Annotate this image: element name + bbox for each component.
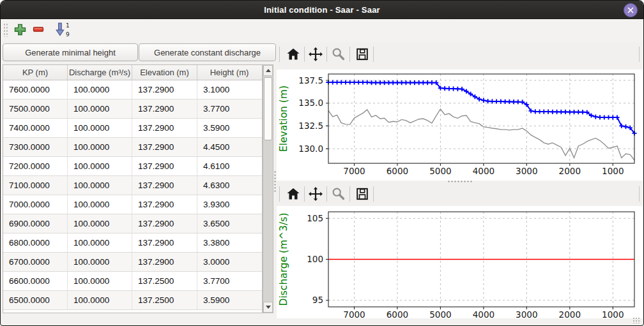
table-cell[interactable]: 100.0000 <box>68 100 132 118</box>
scroll-up-button[interactable] <box>263 65 273 76</box>
discharge-chart[interactable]: 700060005000400030002000100095100105Disc… <box>277 206 643 318</box>
close-button[interactable] <box>624 3 638 17</box>
table-cell[interactable]: 7300.0000 <box>3 138 68 156</box>
table-cell[interactable]: 100.0000 <box>68 119 132 137</box>
table-cell[interactable]: 7000.0000 <box>3 195 68 214</box>
table-row[interactable]: 6800.0000100.0000137.29003.3800 <box>3 233 262 253</box>
table-cell[interactable]: 7100.0000 <box>3 176 68 195</box>
generate-minimal-height-button[interactable]: Generate minimal height <box>3 43 138 61</box>
nav-pan-button[interactable] <box>306 45 325 64</box>
table-cell[interactable]: 3.5900 <box>197 119 261 137</box>
table-cell[interactable]: 137.2900 <box>132 214 197 233</box>
nav-save-button[interactable] <box>353 45 372 64</box>
zoom-icon <box>331 186 346 202</box>
svg-text:1000: 1000 <box>602 166 624 176</box>
table-cell[interactable]: 6800.0000 <box>3 233 68 252</box>
table-cell[interactable]: 100.0000 <box>68 291 132 309</box>
sort-rows-button[interactable]: 1 9 <box>52 20 72 38</box>
nav-pan-button[interactable] <box>306 184 325 204</box>
scroll-down-button[interactable] <box>263 302 273 313</box>
table-row[interactable]: 6700.0000100.0000137.29003.0000 <box>3 253 262 272</box>
table-cell[interactable]: 6900.0000 <box>3 214 68 233</box>
nav-zoom-button[interactable] <box>329 45 348 64</box>
table-cell[interactable]: 3.5900 <box>197 291 261 309</box>
table-cell[interactable]: 3.7700 <box>197 100 261 118</box>
table-cell[interactable]: 100.0000 <box>68 233 132 252</box>
table-cell[interactable]: 3.6500 <box>197 214 261 233</box>
toolbar-drag-handle[interactable] <box>3 23 8 37</box>
table-cell[interactable]: 100.0000 <box>68 80 132 99</box>
table-cell[interactable]: 100.0000 <box>68 253 132 271</box>
table-row[interactable]: 6500.0000100.0000137.25003.5900 <box>3 291 262 310</box>
home-icon <box>286 47 301 62</box>
table-row[interactable]: 7000.0000100.0000137.29003.9300 <box>3 195 262 214</box>
table-cell[interactable]: 3.0000 <box>197 253 261 271</box>
nav-zoom-button[interactable] <box>329 184 348 204</box>
titlebar[interactable]: Initial condition - Saar - Saar <box>1 1 643 19</box>
column-header-height[interactable]: Height (m) <box>197 65 261 80</box>
table-cell[interactable]: 137.2900 <box>132 119 197 137</box>
generate-constant-discharge-button[interactable]: Generate constant discharge <box>139 43 276 61</box>
window-title: Initial condition - Saar - Saar <box>264 5 380 15</box>
table-row[interactable]: 6600.0000100.0000137.25003.7700 <box>3 272 262 291</box>
table-cell[interactable]: 100.0000 <box>68 195 132 214</box>
column-header-elevation[interactable]: Elevation (m) <box>132 65 197 80</box>
table-cell[interactable]: 137.2900 <box>132 176 197 195</box>
pan-icon <box>308 186 323 202</box>
table-cell[interactable]: 4.4500 <box>197 138 261 156</box>
svg-text:7000: 7000 <box>343 309 365 319</box>
table-cell[interactable]: 137.2900 <box>132 195 197 214</box>
table-cell[interactable]: 3.9300 <box>197 195 261 214</box>
column-header-kp[interactable]: KP (m) <box>3 65 68 80</box>
table-cell[interactable]: 6600.0000 <box>3 272 68 290</box>
scrollbar-thumb[interactable] <box>264 77 272 140</box>
table-row[interactable]: 7100.0000100.0000137.29004.6300 <box>3 176 262 195</box>
table-row[interactable]: 7600.0000100.0000137.29003.1000 <box>3 80 262 100</box>
table-cell[interactable]: 3.7700 <box>197 272 261 290</box>
svg-text:100: 100 <box>307 254 323 264</box>
svg-text:2000: 2000 <box>559 309 581 319</box>
table-cell[interactable]: 137.2900 <box>132 138 197 156</box>
table-cell[interactable]: 100.0000 <box>68 176 132 195</box>
table-row[interactable]: 7200.0000100.0000137.29004.6100 <box>3 157 262 176</box>
table-row[interactable]: 7400.0000100.0000137.29003.5900 <box>3 119 262 138</box>
window-resize-grip[interactable] <box>632 317 640 323</box>
table-cell[interactable]: 3.3800 <box>197 233 261 252</box>
table-cell[interactable]: 137.2500 <box>132 291 197 309</box>
table-cell[interactable]: 137.2900 <box>132 80 197 99</box>
table-cell[interactable]: 6500.0000 <box>3 291 68 309</box>
svg-text:137.5: 137.5 <box>298 75 323 85</box>
table-row[interactable]: 7500.0000100.0000137.29003.7700 <box>3 100 262 119</box>
table-row[interactable]: 7300.0000100.0000137.29004.4500 <box>3 138 262 157</box>
svg-text:135.0: 135.0 <box>298 98 323 108</box>
table-scrollbar[interactable] <box>263 64 273 313</box>
svg-text:Elevation (m): Elevation (m) <box>278 85 289 152</box>
table-cell[interactable]: 100.0000 <box>68 272 132 290</box>
add-row-button[interactable] <box>11 20 29 38</box>
table-cell[interactable]: 4.6300 <box>197 176 261 195</box>
table-cell[interactable]: 7400.0000 <box>3 119 68 137</box>
table-cell[interactable]: 100.0000 <box>68 157 132 175</box>
table-cell[interactable]: 4.6100 <box>197 157 261 175</box>
table-cell[interactable]: 7500.0000 <box>3 100 68 118</box>
column-header-discharge[interactable]: Discharge (m³/s) <box>68 65 132 80</box>
remove-row-button[interactable] <box>29 20 47 38</box>
elevation-chart[interactable]: 7000600050004000300020001000130.0132.513… <box>277 70 643 181</box>
svg-text:6000: 6000 <box>387 166 408 176</box>
table-cell[interactable]: 100.0000 <box>68 138 132 156</box>
table-cell[interactable]: 7600.0000 <box>3 80 68 99</box>
svg-text:2000: 2000 <box>559 166 581 176</box>
table-cell[interactable]: 137.2900 <box>132 157 197 175</box>
table-row[interactable]: 6900.0000100.0000137.29003.6500 <box>3 214 262 233</box>
table-cell[interactable]: 7200.0000 <box>3 157 68 175</box>
nav-home-button[interactable] <box>284 184 303 204</box>
table-cell[interactable]: 6700.0000 <box>3 253 68 271</box>
table-cell[interactable]: 137.2500 <box>132 272 197 290</box>
table-cell[interactable]: 100.0000 <box>68 214 132 233</box>
table-cell[interactable]: 137.2900 <box>132 253 197 271</box>
table-cell[interactable]: 3.1000 <box>197 80 261 99</box>
nav-save-button[interactable] <box>353 184 372 204</box>
table-cell[interactable]: 137.2900 <box>132 233 197 252</box>
nav-home-button[interactable] <box>284 45 303 64</box>
table-cell[interactable]: 137.2900 <box>132 100 197 118</box>
